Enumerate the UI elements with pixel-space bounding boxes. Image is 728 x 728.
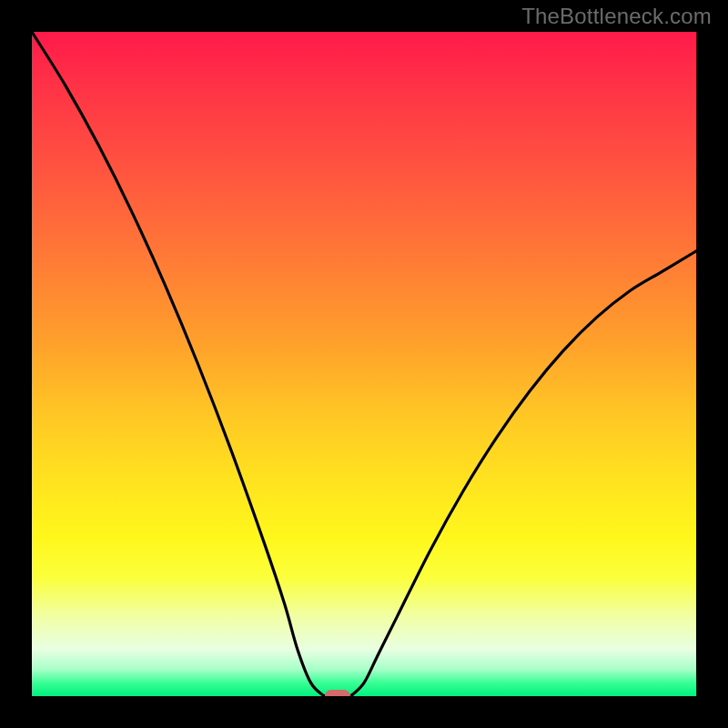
- curve-layer: [32, 32, 696, 696]
- watermark-text: TheBottleneck.com: [521, 4, 712, 29]
- optimum-marker: [325, 690, 350, 696]
- bottleneck-curve: [32, 32, 696, 696]
- plot-area: [32, 32, 696, 696]
- chart-frame: TheBottleneck.com: [0, 0, 728, 728]
